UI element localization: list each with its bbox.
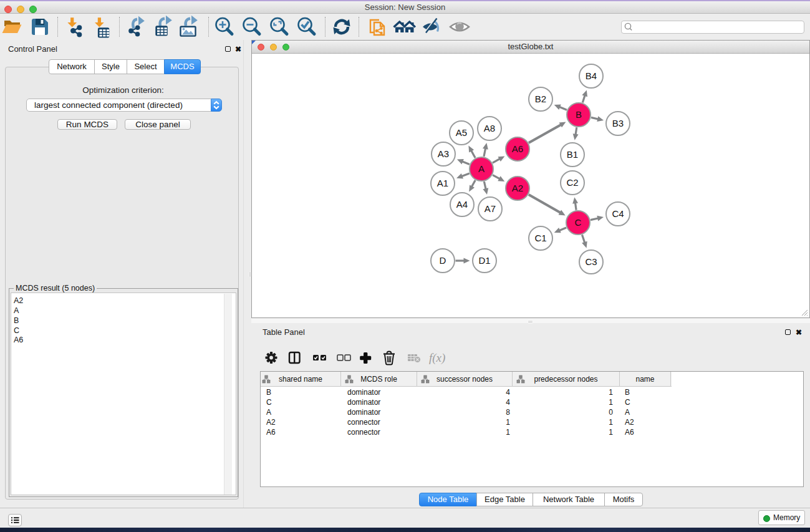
svg-text:A5: A5 [456,127,467,138]
svg-text:C: C [575,217,582,228]
svg-text:A3: A3 [438,148,449,159]
svg-text:C4: C4 [612,208,624,219]
svg-text:B4: B4 [586,70,597,81]
svg-text:A7: A7 [485,203,496,214]
svg-text:B3: B3 [612,118,624,128]
svg-text:C3: C3 [585,256,597,267]
svg-text:A6: A6 [512,143,523,154]
svg-text:C2: C2 [566,177,578,188]
svg-text:D1: D1 [478,255,490,266]
svg-text:D: D [440,255,446,266]
svg-text:A1: A1 [437,178,448,188]
svg-text:A: A [478,163,485,174]
svg-text:B1: B1 [567,149,578,160]
svg-text:f(x): f(x) [429,351,445,365]
svg-text:B2: B2 [535,94,546,104]
svg-text:A2: A2 [512,183,523,193]
svg-text:A8: A8 [484,123,495,133]
svg-text:C1: C1 [534,233,546,243]
svg-text:A4: A4 [456,199,468,210]
svg-text:B: B [576,109,582,120]
